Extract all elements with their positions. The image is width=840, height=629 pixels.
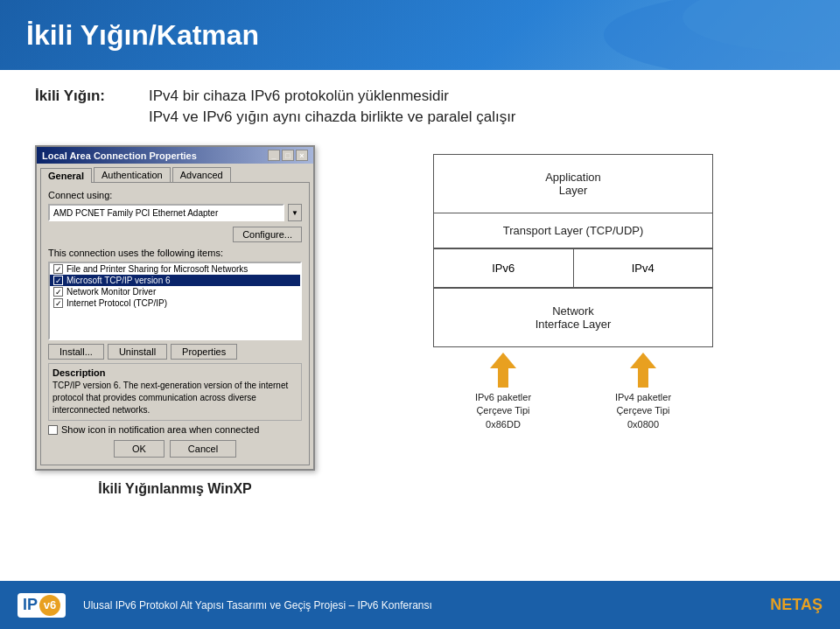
- ip-layers-row: IPv6 IPv4: [433, 248, 713, 288]
- desc-box-content: TCP/IP version 6. The next-generation ve…: [52, 380, 298, 416]
- titlebar-buttons: _ □ ×: [268, 150, 308, 161]
- ipv6-arrow-icon: [490, 353, 516, 388]
- item-label-1: File and Printer Sharing for Microsoft N…: [66, 264, 248, 274]
- ok-button[interactable]: OK: [114, 440, 164, 458]
- desc-label: İkili Yığın:: [35, 87, 149, 105]
- desc-line2: IPv4 ve IPv6 yığın aynı cihazda birlikte…: [149, 108, 516, 126]
- dialog-title: Local Area Connection Properties: [42, 150, 197, 161]
- dialog-body: Connect using: AMD PCNET Family PCI Ethe…: [40, 182, 310, 465]
- logo-ip-text: IP: [23, 596, 38, 614]
- description-section: İkili Yığın: IPv4 bir cihaza IPv6 protok…: [35, 87, 805, 129]
- application-layer-label: ApplicationLayer: [545, 171, 601, 197]
- item-label-3: Network Monitor Driver: [66, 287, 156, 297]
- ipv4-arrow-label: IPv4 paketlerÇerçeve Tipi0x0800: [615, 391, 671, 431]
- header: İkili Yığın/Katman: [0, 0, 840, 70]
- adapter-dropdown: AMD PCNET Family PCI Ethernet Adapter ▼: [48, 204, 302, 221]
- cancel-button[interactable]: Cancel: [170, 440, 236, 458]
- footer-text: Ulusal IPv6 Protokol Alt Yapısı Tasarımı…: [83, 599, 770, 612]
- install-button[interactable]: Install...: [48, 344, 104, 360]
- main-content: İkili Yığın: IPv4 bir cihaza IPv6 protok…: [0, 70, 840, 581]
- item-label-4: Internet Protocol (TCP/IP): [66, 298, 167, 308]
- arrows-row: IPv6 paketlerÇerçeve Tipi0x86DD IPv4 pak…: [433, 353, 713, 431]
- show-icon-label: Show icon in notification area when conn…: [61, 424, 259, 435]
- tab-general[interactable]: General: [40, 168, 92, 183]
- tab-advanced[interactable]: Advanced: [172, 167, 231, 182]
- ok-cancel-row: OK Cancel: [48, 440, 302, 458]
- adapter-text: AMD PCNET Family PCI Ethernet Adapter: [53, 208, 218, 218]
- list-item: File and Printer Sharing for Microsoft N…: [50, 263, 300, 275]
- item-label-2: Microsoft TCP/IP version 6: [66, 276, 171, 285]
- action-buttons: Install... Uninstall Properties: [48, 344, 302, 360]
- connection-desc: This connection uses the following items…: [48, 248, 302, 258]
- connect-using-label: Connect using:: [48, 190, 302, 200]
- list-item-selected: Microsoft TCP/IP version 6: [50, 275, 300, 286]
- desc-box-title: Description: [52, 367, 298, 378]
- desc-row-2: IPv4 ve IPv6 yığın aynı cihazda birlikte…: [35, 108, 805, 126]
- dialog-tabs: General Authentication Advanced: [37, 164, 313, 182]
- network-layer-box: NetworkInterface Layer: [433, 288, 713, 347]
- ipv6-label: IPv6: [492, 262, 514, 275]
- ipv4-label: IPv4: [632, 262, 654, 275]
- dialog-titlebar: Local Area Connection Properties _ □ ×: [37, 147, 313, 164]
- checkbox-4[interactable]: [53, 298, 63, 308]
- application-layer-box: ApplicationLayer: [433, 154, 713, 213]
- ipv4-layer-box: IPv4: [574, 248, 713, 288]
- desc-row-1: İkili Yığın: IPv4 bir cihaza IPv6 protok…: [35, 87, 805, 105]
- windows-dialog: Local Area Connection Properties _ □ × G…: [35, 145, 315, 471]
- ipv6-layer-box: IPv6: [434, 248, 574, 288]
- description-box: Description TCP/IP version 6. The next-g…: [48, 363, 302, 421]
- show-icon-checkbox[interactable]: [48, 425, 58, 435]
- ipv6-arrow-col: IPv6 paketlerÇerçeve Tipi0x86DD: [451, 353, 556, 431]
- checkbox-2[interactable]: [53, 276, 63, 285]
- checkbox-3[interactable]: [53, 287, 63, 297]
- footer: IP v6 Ulusal IPv6 Protokol Alt Yapısı Ta…: [0, 581, 840, 629]
- transport-layer-label: Transport Layer (TCP/UDP): [503, 224, 644, 237]
- ipv4-arrow-icon: [630, 353, 656, 388]
- tab-authentication[interactable]: Authentication: [94, 167, 171, 182]
- ipv6-arrow-label: IPv6 paketlerÇerçeve Tipi0x86DD: [475, 391, 531, 431]
- footer-logo: IP v6: [18, 593, 66, 618]
- dropdown-arrow-icon[interactable]: ▼: [288, 204, 302, 221]
- maximize-button[interactable]: □: [282, 150, 294, 161]
- page-title: İkili Yığın/Katman: [26, 19, 259, 52]
- checkbox-1[interactable]: [53, 264, 63, 274]
- uninstall-button[interactable]: Uninstall: [108, 344, 167, 360]
- dialog-container: Local Area Connection Properties _ □ × G…: [35, 145, 315, 563]
- list-item: Internet Protocol (TCP/IP): [50, 297, 300, 309]
- properties-button[interactable]: Properties: [171, 344, 237, 360]
- network-layer-label: NetworkInterface Layer: [536, 304, 612, 331]
- adapter-value[interactable]: AMD PCNET Family PCI Ethernet Adapter: [48, 204, 284, 221]
- show-icon-row: Show icon in notification area when conn…: [48, 424, 302, 435]
- logo-v6-text: v6: [44, 598, 56, 612]
- close-button[interactable]: ×: [296, 150, 308, 161]
- logo-v6-circle: v6: [39, 595, 60, 616]
- list-item: Network Monitor Driver: [50, 286, 300, 297]
- minimize-button[interactable]: _: [268, 150, 280, 161]
- network-diagram: ApplicationLayer Transport Layer (TCP/UD…: [433, 154, 713, 347]
- items-listbox[interactable]: File and Printer Sharing for Microsoft N…: [48, 262, 302, 340]
- diagram-container: ApplicationLayer Transport Layer (TCP/UD…: [341, 145, 805, 563]
- desc-line1: IPv4 bir cihaza IPv6 protokolün yüklenme…: [149, 87, 449, 105]
- transport-layer-box: Transport Layer (TCP/UDP): [433, 213, 713, 248]
- ipv4-arrow-col: IPv4 paketlerÇerçeve Tipi0x0800: [591, 353, 696, 431]
- configure-button[interactable]: Configure...: [233, 227, 302, 242]
- content-area: Local Area Connection Properties _ □ × G…: [35, 145, 805, 563]
- dialog-caption: İkili Yığınlanmış WinXP: [98, 481, 252, 497]
- ipv6-logo-box: IP v6: [18, 593, 66, 618]
- footer-brand: NETAŞ: [770, 596, 822, 614]
